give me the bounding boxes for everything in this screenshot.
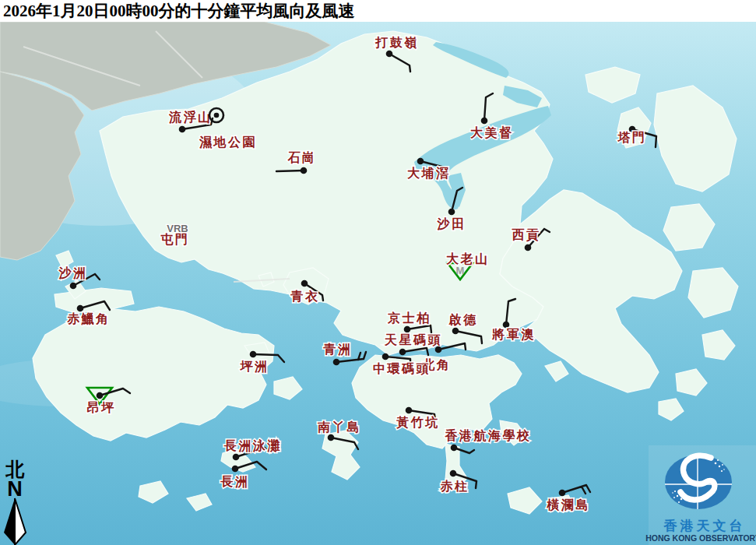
station-dot	[70, 283, 77, 290]
hko-logo[interactable]: 香港天文台 HONG KONG OBSERVATORY	[645, 445, 756, 545]
station-label[interactable]: 屯門	[160, 233, 190, 246]
station-dot	[559, 490, 566, 497]
station-label[interactable]: 大埔滘	[407, 166, 451, 180]
station-label[interactable]: 橫瀾島	[546, 498, 590, 512]
station-dot	[382, 353, 389, 360]
station-dot	[233, 454, 240, 461]
maintenance-m-label: M	[456, 265, 465, 276]
station-dot	[417, 158, 424, 165]
station-dot	[452, 328, 459, 335]
station-label[interactable]: 大美督	[470, 125, 514, 139]
station-dot	[77, 305, 84, 312]
station-label[interactable]: 石崗	[287, 151, 317, 164]
station-label[interactable]: 打鼓嶺	[374, 36, 419, 49]
station-label[interactable]: 大老山	[446, 252, 490, 265]
station-dot	[435, 346, 442, 353]
station-dot	[525, 244, 532, 251]
wind-barb-icon	[276, 171, 304, 171]
station-label[interactable]: 天星碼頭	[384, 333, 442, 347]
station-label[interactable]: 沙洲	[58, 266, 88, 280]
station-label[interactable]: 昂坪	[87, 401, 116, 414]
map-title: 2026年1月20日00時00分的十分鐘平均風向及風速	[0, 0, 756, 22]
station-label[interactable]: 長洲	[220, 475, 250, 488]
station-dot	[448, 209, 455, 216]
station-label[interactable]: 赤鱲角	[66, 312, 111, 325]
hko-logo-chinese-name: 香港天文台	[663, 519, 746, 533]
station-dot	[450, 470, 457, 477]
station-label[interactable]: 香港航海學校	[445, 428, 532, 442]
station-dot	[451, 445, 458, 452]
station-label[interactable]: 中環碼頭	[373, 362, 431, 376]
station-label[interactable]: 青衣	[290, 290, 320, 303]
station-label[interactable]: 黃竹坑	[396, 416, 440, 429]
station-dot	[328, 434, 335, 441]
station-label[interactable]: 將軍澳	[491, 328, 536, 341]
station-label[interactable]: 京士柏	[387, 311, 431, 325]
station-dot	[97, 392, 104, 399]
map-title-bar: 2026年1月20日00時00分的十分鐘平均風向及風速	[0, 0, 756, 22]
wind-map-page: 2026年1月20日00時00分的十分鐘平均風向及風速	[0, 0, 756, 545]
station-dot	[250, 351, 257, 358]
station-label[interactable]: 沙田	[437, 217, 466, 230]
station-dot	[399, 349, 406, 356]
station-dot	[481, 118, 488, 125]
station-dot	[333, 359, 340, 366]
station-dot	[301, 280, 308, 287]
station-dot	[232, 466, 239, 473]
station-label[interactable]: 青洲	[323, 343, 353, 356]
station-dot	[503, 322, 510, 329]
station-label[interactable]: 坪洲	[240, 360, 269, 373]
station-label[interactable]: 啟德	[448, 313, 478, 326]
hk-wind-map: 打鼓嶺流浮山濕地公園石崗大美督大埔滘塔門沙田西貢VRB屯門M大老山沙洲赤鱲角青衣…	[0, 0, 756, 545]
station-label[interactable]: 赤柱	[440, 480, 469, 493]
station-label[interactable]: 濕地公園	[199, 135, 257, 149]
compass-letter: N	[7, 477, 23, 501]
station-label[interactable]: 南丫島	[317, 420, 361, 434]
station-label[interactable]: 長洲泳灘	[223, 438, 282, 452]
station-dot	[214, 113, 220, 118]
station-dot	[386, 51, 393, 58]
station-label[interactable]: 流浮山	[168, 110, 213, 124]
station-label[interactable]: 西貢	[512, 228, 541, 242]
station-dot	[406, 407, 413, 414]
station-label[interactable]: 塔門	[617, 131, 647, 144]
hko-logo-english-name: HONG KONG OBSERVATORY	[645, 533, 756, 543]
station-dot	[301, 167, 308, 174]
station-dot	[404, 326, 411, 333]
station-dot	[179, 126, 186, 133]
